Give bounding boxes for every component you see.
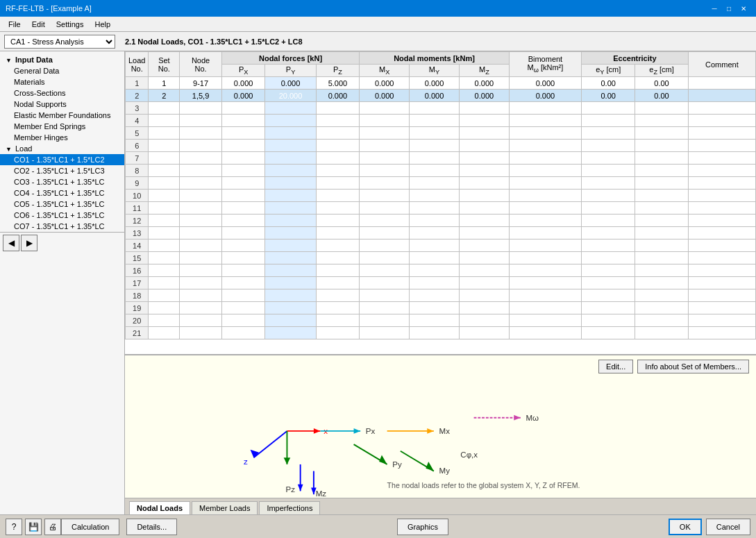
empty-cell[interactable] [265,264,316,277]
cell-pz[interactable]: 5.000 [316,77,360,90]
sidebar-item-co6[interactable]: CO6 - 1.35*LC1 + 1.35*LC [0,210,124,221]
empty-cell[interactable] [635,165,688,177]
empty-cell[interactable] [410,177,460,190]
empty-cell[interactable] [635,152,688,165]
empty-cell[interactable] [582,152,635,165]
empty-cell[interactable] [180,239,222,252]
empty-cell[interactable] [316,190,360,202]
empty-cell[interactable] [180,115,222,127]
minimize-button[interactable]: ─ [707,3,721,14]
nav-prev-button[interactable]: ◀ [3,235,19,251]
table-row[interactable]: 8 [126,165,756,177]
empty-cell[interactable] [180,177,222,190]
empty-cell[interactable] [459,177,509,190]
empty-cell[interactable] [410,165,460,177]
cell-set[interactable]: 1 [149,77,180,90]
graphics-button[interactable]: Graphics [397,519,448,535]
empty-cell[interactable] [635,127,688,140]
empty-cell[interactable] [360,289,410,302]
cell-my[interactable] [410,102,460,115]
empty-cell[interactable] [221,289,265,302]
empty-cell[interactable] [221,239,265,252]
empty-cell[interactable] [582,202,635,215]
empty-cell[interactable] [316,314,360,327]
empty-cell[interactable] [360,215,410,227]
tab-imperfections[interactable]: Imperfections [259,501,320,514]
empty-cell[interactable] [180,152,222,165]
empty-cell[interactable] [316,115,360,127]
empty-cell[interactable] [221,252,265,264]
empty-cell[interactable] [149,264,180,277]
empty-cell[interactable] [360,314,410,327]
empty-cell[interactable] [582,327,635,339]
empty-cell[interactable] [459,190,509,202]
table-row[interactable]: 11 [126,202,756,215]
empty-cell[interactable] [360,165,410,177]
empty-cell[interactable] [221,165,265,177]
empty-cell[interactable] [221,190,265,202]
table-row[interactable]: 17 [126,277,756,289]
empty-cell[interactable] [582,264,635,277]
empty-cell[interactable] [221,127,265,140]
empty-cell[interactable] [635,289,688,302]
empty-cell[interactable] [149,239,180,252]
empty-cell[interactable] [582,165,635,177]
empty-cell[interactable] [265,202,316,215]
empty-cell[interactable] [149,165,180,177]
cell-ez[interactable]: 0.00 [635,77,688,90]
menu-settings[interactable]: Settings [51,19,90,30]
empty-cell[interactable] [316,140,360,152]
empty-cell[interactable] [509,252,581,264]
empty-cell[interactable] [509,264,581,277]
empty-cell[interactable] [410,289,460,302]
empty-cell[interactable] [265,165,316,177]
table-row[interactable]: 20 [126,314,756,327]
empty-cell[interactable] [410,115,460,127]
sidebar-item-general-data[interactable]: General Data [0,65,124,76]
empty-cell[interactable] [265,302,316,314]
empty-cell[interactable] [635,227,688,239]
empty-cell[interactable] [360,115,410,127]
empty-cell[interactable] [459,202,509,215]
empty-cell[interactable] [180,314,222,327]
cell-px[interactable] [221,102,265,115]
analysis-combo[interactable]: CA1 - Stress Analysis [4,35,115,49]
cell-pz[interactable] [316,102,360,115]
empty-cell[interactable] [265,252,316,264]
empty-cell[interactable] [316,239,360,252]
empty-cell[interactable] [360,152,410,165]
empty-cell[interactable] [316,165,360,177]
empty-cell[interactable] [459,215,509,227]
cell-node[interactable] [180,102,222,115]
table-row[interactable]: 119-170.0000.0005.0000.0000.0000.0000.00… [126,77,756,90]
empty-cell[interactable] [149,140,180,152]
table-row[interactable]: 6 [126,140,756,152]
empty-cell[interactable] [410,277,460,289]
empty-cell[interactable] [221,302,265,314]
table-row[interactable]: 16 [126,264,756,277]
empty-cell[interactable] [688,239,755,252]
tab-nodal-loads[interactable]: Nodal Loads [129,501,190,514]
info-members-button[interactable]: Info about Set of Members... [637,360,749,373]
empty-cell[interactable] [635,239,688,252]
empty-cell[interactable] [635,327,688,339]
empty-cell[interactable] [688,140,755,152]
empty-cell[interactable] [582,252,635,264]
sidebar-item-co5[interactable]: CO5 - 1.35*LC1 + 1.35*LC [0,199,124,210]
cell-node[interactable]: 1,5,9 [180,90,222,102]
empty-cell[interactable] [410,202,460,215]
empty-cell[interactable] [221,327,265,339]
sidebar-item-cross-sections[interactable]: Cross-Sections [0,87,124,99]
ok-button[interactable]: OK [669,519,702,535]
empty-cell[interactable] [688,152,755,165]
empty-cell[interactable] [360,202,410,215]
empty-cell[interactable] [265,227,316,239]
empty-cell[interactable] [221,277,265,289]
empty-cell[interactable] [149,190,180,202]
cell-ey[interactable]: 0.00 [582,90,635,102]
cell-my[interactable]: 0.000 [410,90,460,102]
empty-cell[interactable] [265,314,316,327]
maximize-button[interactable]: □ [722,3,736,14]
empty-cell[interactable] [360,190,410,202]
empty-cell[interactable] [635,177,688,190]
